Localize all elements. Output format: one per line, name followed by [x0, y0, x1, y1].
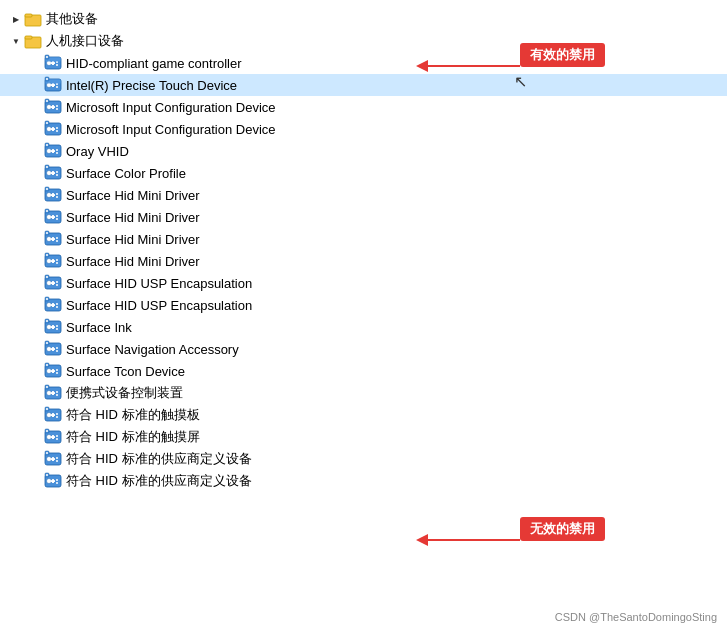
hid-icon-mini3	[44, 230, 62, 248]
folder-icon-hid	[24, 32, 42, 50]
label-nav: Surface Navigation Accessory	[66, 342, 239, 357]
svg-rect-144	[51, 392, 55, 394]
svg-rect-13	[46, 57, 48, 58]
svg-rect-99	[51, 282, 55, 284]
svg-point-127	[56, 347, 58, 349]
tree-item-usp-1[interactable]: Surface HID USP Encapsulation	[0, 272, 727, 294]
annotation-box-invalid: 无效的禁用	[520, 517, 605, 541]
tree-item-ms-input-1[interactable]: Microsoft Input Configuration Device	[0, 96, 727, 118]
svg-point-145	[56, 391, 58, 393]
tree-item-hid-category[interactable]: ▼ 人机接口设备	[0, 30, 727, 52]
tree-item-game-controller[interactable]: HID-compliant game controller	[0, 52, 727, 74]
tree-item-nav[interactable]: Surface Navigation Accessory	[0, 338, 727, 360]
svg-rect-176	[46, 453, 48, 454]
label-ms-input-1: Microsoft Input Configuration Device	[66, 100, 276, 115]
svg-rect-185	[46, 475, 48, 476]
label-vendor-2: 符合 HID 标准的供应商定义设备	[66, 472, 252, 490]
svg-rect-153	[51, 414, 55, 416]
svg-rect-68	[46, 189, 48, 190]
svg-rect-104	[46, 277, 48, 278]
hid-icon-oray	[44, 142, 62, 160]
svg-rect-108	[51, 304, 55, 306]
tree-item-touchpad[interactable]: 符合 HID 标准的触摸板	[0, 404, 727, 426]
tree-item-ms-input-2[interactable]: Microsoft Input Configuration Device	[0, 118, 727, 140]
tree-item-hid-mini-4[interactable]: Surface Hid Mini Driver	[0, 250, 727, 272]
cursor: ↖	[514, 72, 527, 91]
tree-item-color-profile[interactable]: Surface Color Profile	[0, 162, 727, 184]
svg-point-100	[56, 281, 58, 283]
svg-point-164	[56, 438, 58, 440]
label-hid-category: 人机接口设备	[46, 32, 124, 50]
svg-point-115	[47, 325, 52, 330]
svg-point-109	[56, 303, 58, 305]
hid-icon-mini1	[44, 186, 62, 204]
svg-point-97	[47, 281, 52, 286]
svg-point-160	[47, 435, 52, 440]
label-oray: Oray VHID	[66, 144, 129, 159]
tree-item-portable[interactable]: 便携式设备控制装置	[0, 382, 727, 404]
hid-device-icon-touch	[44, 76, 62, 94]
watermark: CSDN @TheSantoDomingoSting	[555, 611, 717, 623]
svg-point-55	[56, 171, 58, 173]
svg-point-173	[56, 460, 58, 462]
tree-item-usp-2[interactable]: Surface HID USP Encapsulation	[0, 294, 727, 316]
expander-other-devices[interactable]: ▶	[8, 11, 24, 27]
arrow-valid	[410, 55, 520, 77]
svg-point-37	[56, 127, 58, 129]
label-touchpad: 符合 HID 标准的触摸板	[66, 406, 200, 424]
hid-icon-ms1	[44, 98, 62, 116]
tree-item-intel-touch[interactable]: Intel(R) Precise Touch Device	[0, 74, 727, 96]
tree-item-ink[interactable]: Surface Ink	[0, 316, 727, 338]
svg-point-29	[56, 108, 58, 110]
tree-item-vendor-1[interactable]: 符合 HID 标准的供应商定义设备	[0, 448, 727, 470]
hid-icon-touchpad	[44, 406, 62, 424]
svg-point-154	[56, 413, 58, 415]
svg-rect-45	[51, 150, 55, 152]
svg-point-56	[56, 174, 58, 176]
label-color-profile: Surface Color Profile	[66, 166, 186, 181]
svg-point-101	[56, 284, 58, 286]
tree-item-tcon[interactable]: Surface Tcon Device	[0, 360, 727, 382]
hid-icon-portable	[44, 384, 62, 402]
label-intel-touch: Intel(R) Precise Touch Device	[66, 78, 237, 93]
tree-item-other-devices[interactable]: ▶ 其他设备	[0, 8, 727, 30]
svg-point-92	[56, 262, 58, 264]
tree-item-hid-mini-1[interactable]: Surface Hid Mini Driver	[0, 184, 727, 206]
svg-point-65	[56, 196, 58, 198]
svg-rect-122	[46, 321, 48, 322]
annotation-box-valid: 有效的禁用	[520, 43, 605, 67]
svg-rect-72	[51, 216, 55, 218]
svg-point-73	[56, 215, 58, 217]
svg-point-172	[56, 457, 58, 459]
tree-item-touchscreen[interactable]: 符合 HID 标准的触摸屏	[0, 426, 727, 448]
svg-rect-23	[46, 79, 48, 80]
tree-item-oray[interactable]: Oray VHID	[0, 140, 727, 162]
tree-item-hid-mini-3[interactable]: Surface Hid Mini Driver	[0, 228, 727, 250]
svg-point-155	[56, 416, 58, 418]
svg-rect-77	[46, 211, 48, 212]
svg-point-119	[56, 328, 58, 330]
svg-rect-27	[51, 106, 55, 108]
svg-point-136	[56, 369, 58, 371]
svg-point-61	[47, 193, 52, 198]
svg-rect-32	[46, 101, 48, 102]
svg-point-128	[56, 350, 58, 352]
label-other-devices: 其他设备	[46, 10, 98, 28]
svg-point-106	[47, 303, 52, 308]
svg-rect-180	[51, 480, 55, 482]
svg-rect-17	[51, 84, 55, 86]
svg-rect-171	[51, 458, 55, 460]
label-hid-mini-3: Surface Hid Mini Driver	[66, 232, 200, 247]
hid-icon-mini2	[44, 208, 62, 226]
svg-rect-86	[46, 233, 48, 234]
tree-item-vendor-2[interactable]: 符合 HID 标准的供应商定义设备	[0, 470, 727, 492]
svg-point-146	[56, 394, 58, 396]
svg-rect-54	[51, 172, 55, 174]
svg-point-28	[56, 105, 58, 107]
svg-point-124	[47, 347, 52, 352]
svg-point-178	[47, 479, 52, 484]
tree-item-hid-mini-2[interactable]: Surface Hid Mini Driver	[0, 206, 727, 228]
hid-icon-color	[44, 164, 62, 182]
svg-rect-149	[46, 387, 48, 388]
expander-hid[interactable]: ▼	[8, 33, 24, 49]
